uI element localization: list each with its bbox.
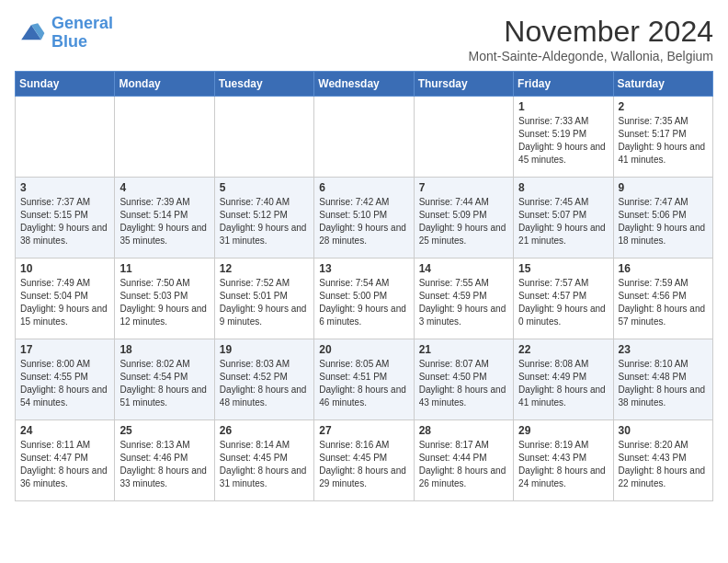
calendar-week-5: 24Sunrise: 8:11 AM Sunset: 4:47 PM Dayli… — [16, 420, 713, 501]
day-info: Sunrise: 7:40 AM Sunset: 5:12 PM Dayligh… — [220, 196, 309, 247]
calendar-cell: 9Sunrise: 7:47 AM Sunset: 5:06 PM Daylig… — [613, 178, 712, 259]
day-header-sunday: Sunday — [16, 72, 115, 97]
logo-line1: General — [51, 14, 113, 32]
calendar-cell: 4Sunrise: 7:39 AM Sunset: 5:14 PM Daylig… — [115, 178, 214, 259]
calendar-cell: 17Sunrise: 8:00 AM Sunset: 4:55 PM Dayli… — [16, 339, 115, 420]
day-number: 11 — [119, 262, 209, 275]
day-info: Sunrise: 7:35 AM Sunset: 5:17 PM Dayligh… — [619, 115, 708, 167]
day-number: 21 — [419, 343, 508, 356]
calendar-cell: 28Sunrise: 8:17 AM Sunset: 4:44 PM Dayli… — [414, 420, 513, 501]
day-number: 30 — [619, 424, 708, 437]
day-number: 22 — [518, 343, 608, 356]
calendar-cell: 30Sunrise: 8:20 AM Sunset: 4:43 PM Dayli… — [613, 420, 712, 501]
day-number: 26 — [220, 424, 309, 437]
day-info: Sunrise: 7:37 AM Sunset: 5:15 PM Dayligh… — [20, 196, 109, 247]
day-number: 1 — [518, 100, 608, 113]
day-info: Sunrise: 7:39 AM Sunset: 5:14 PM Dayligh… — [119, 196, 209, 247]
day-info: Sunrise: 8:11 AM Sunset: 4:47 PM Dayligh… — [20, 439, 109, 490]
day-info: Sunrise: 8:10 AM Sunset: 4:48 PM Dayligh… — [619, 358, 708, 409]
calendar-week-2: 3Sunrise: 7:37 AM Sunset: 5:15 PM Daylig… — [16, 178, 713, 259]
calendar-cell — [214, 97, 313, 178]
day-info: Sunrise: 8:20 AM Sunset: 4:43 PM Dayligh… — [619, 439, 708, 490]
calendar-cell: 7Sunrise: 7:44 AM Sunset: 5:09 PM Daylig… — [414, 178, 513, 259]
calendar-week-1: 1Sunrise: 7:33 AM Sunset: 5:19 PM Daylig… — [16, 97, 713, 178]
day-header-saturday: Saturday — [613, 72, 712, 97]
calendar-cell: 10Sunrise: 7:49 AM Sunset: 5:04 PM Dayli… — [16, 259, 115, 339]
day-header-tuesday: Tuesday — [214, 72, 313, 97]
calendar-cell: 21Sunrise: 8:07 AM Sunset: 4:50 PM Dayli… — [414, 339, 513, 420]
calendar-week-4: 17Sunrise: 8:00 AM Sunset: 4:55 PM Dayli… — [16, 339, 713, 420]
page-header: General Blue November 2024 Mont-Sainte-A… — [15, 15, 713, 63]
day-number: 18 — [119, 343, 209, 356]
day-number: 28 — [419, 424, 508, 437]
calendar-cell: 29Sunrise: 8:19 AM Sunset: 4:43 PM Dayli… — [514, 420, 613, 501]
logo-text: General Blue — [51, 15, 113, 52]
day-info: Sunrise: 8:05 AM Sunset: 4:51 PM Dayligh… — [319, 358, 408, 409]
calendar-cell: 13Sunrise: 7:54 AM Sunset: 5:00 PM Dayli… — [314, 259, 414, 339]
logo-icon — [15, 17, 48, 50]
day-info: Sunrise: 8:16 AM Sunset: 4:45 PM Dayligh… — [319, 439, 408, 490]
logo-line2: Blue — [51, 32, 87, 51]
day-number: 13 — [319, 262, 408, 275]
calendar-cell: 1Sunrise: 7:33 AM Sunset: 5:19 PM Daylig… — [514, 97, 613, 178]
calendar-cell: 24Sunrise: 8:11 AM Sunset: 4:47 PM Dayli… — [16, 420, 115, 501]
day-info: Sunrise: 8:02 AM Sunset: 4:54 PM Dayligh… — [119, 358, 209, 409]
calendar-header-row: SundayMondayTuesdayWednesdayThursdayFrid… — [16, 72, 713, 97]
calendar-cell: 16Sunrise: 7:59 AM Sunset: 4:56 PM Dayli… — [613, 259, 712, 339]
calendar-cell — [314, 97, 414, 178]
day-number: 24 — [20, 424, 109, 437]
calendar-cell: 15Sunrise: 7:57 AM Sunset: 4:57 PM Dayli… — [514, 259, 613, 339]
calendar-cell: 22Sunrise: 8:08 AM Sunset: 4:49 PM Dayli… — [514, 339, 613, 420]
day-info: Sunrise: 7:54 AM Sunset: 5:00 PM Dayligh… — [319, 277, 408, 328]
title-block: November 2024 Mont-Sainte-Aldegonde, Wal… — [469, 15, 713, 63]
day-info: Sunrise: 8:17 AM Sunset: 4:44 PM Dayligh… — [419, 439, 508, 490]
calendar-cell — [115, 97, 214, 178]
day-info: Sunrise: 7:59 AM Sunset: 4:56 PM Dayligh… — [619, 277, 708, 328]
day-number: 27 — [319, 424, 408, 437]
day-info: Sunrise: 7:52 AM Sunset: 5:01 PM Dayligh… — [220, 277, 309, 328]
day-info: Sunrise: 8:19 AM Sunset: 4:43 PM Dayligh… — [518, 439, 608, 490]
calendar-cell: 27Sunrise: 8:16 AM Sunset: 4:45 PM Dayli… — [314, 420, 414, 501]
calendar-cell — [414, 97, 513, 178]
day-number: 25 — [119, 424, 209, 437]
day-number: 4 — [119, 181, 209, 194]
calendar-cell: 3Sunrise: 7:37 AM Sunset: 5:15 PM Daylig… — [16, 178, 115, 259]
day-number: 23 — [619, 343, 708, 356]
calendar-cell: 25Sunrise: 8:13 AM Sunset: 4:46 PM Dayli… — [115, 420, 214, 501]
day-info: Sunrise: 7:57 AM Sunset: 4:57 PM Dayligh… — [518, 277, 608, 328]
day-number: 9 — [619, 181, 708, 194]
day-info: Sunrise: 7:47 AM Sunset: 5:06 PM Dayligh… — [619, 196, 708, 247]
calendar-body: 1Sunrise: 7:33 AM Sunset: 5:19 PM Daylig… — [16, 97, 713, 501]
calendar-cell: 26Sunrise: 8:14 AM Sunset: 4:45 PM Dayli… — [214, 420, 313, 501]
day-number: 15 — [518, 262, 608, 275]
day-header-wednesday: Wednesday — [314, 72, 414, 97]
day-info: Sunrise: 7:45 AM Sunset: 5:07 PM Dayligh… — [518, 196, 608, 247]
day-number: 17 — [20, 343, 109, 356]
day-number: 2 — [619, 100, 708, 113]
month-title: November 2024 — [469, 15, 713, 49]
calendar-cell: 11Sunrise: 7:50 AM Sunset: 5:03 PM Dayli… — [115, 259, 214, 339]
calendar-cell: 8Sunrise: 7:45 AM Sunset: 5:07 PM Daylig… — [514, 178, 613, 259]
day-info: Sunrise: 7:50 AM Sunset: 5:03 PM Dayligh… — [119, 277, 209, 328]
day-number: 5 — [220, 181, 309, 194]
calendar-cell: 23Sunrise: 8:10 AM Sunset: 4:48 PM Dayli… — [613, 339, 712, 420]
day-info: Sunrise: 7:42 AM Sunset: 5:10 PM Dayligh… — [319, 196, 408, 247]
day-number: 10 — [20, 262, 109, 275]
calendar-cell: 14Sunrise: 7:55 AM Sunset: 4:59 PM Dayli… — [414, 259, 513, 339]
day-info: Sunrise: 8:13 AM Sunset: 4:46 PM Dayligh… — [119, 439, 209, 490]
calendar-week-3: 10Sunrise: 7:49 AM Sunset: 5:04 PM Dayli… — [16, 259, 713, 339]
day-number: 19 — [220, 343, 309, 356]
day-info: Sunrise: 7:33 AM Sunset: 5:19 PM Dayligh… — [518, 115, 608, 167]
calendar-cell: 6Sunrise: 7:42 AM Sunset: 5:10 PM Daylig… — [314, 178, 414, 259]
logo: General Blue — [15, 15, 113, 52]
day-number: 20 — [319, 343, 408, 356]
day-number: 7 — [419, 181, 508, 194]
day-number: 6 — [319, 181, 408, 194]
calendar-cell: 19Sunrise: 8:03 AM Sunset: 4:52 PM Dayli… — [214, 339, 313, 420]
day-info: Sunrise: 7:49 AM Sunset: 5:04 PM Dayligh… — [20, 277, 109, 328]
calendar-table: SundayMondayTuesdayWednesdayThursdayFrid… — [15, 71, 713, 501]
location-subtitle: Mont-Sainte-Aldegonde, Wallonia, Belgium — [469, 49, 713, 63]
day-info: Sunrise: 8:03 AM Sunset: 4:52 PM Dayligh… — [220, 358, 309, 409]
day-info: Sunrise: 8:14 AM Sunset: 4:45 PM Dayligh… — [220, 439, 309, 490]
day-header-monday: Monday — [115, 72, 214, 97]
